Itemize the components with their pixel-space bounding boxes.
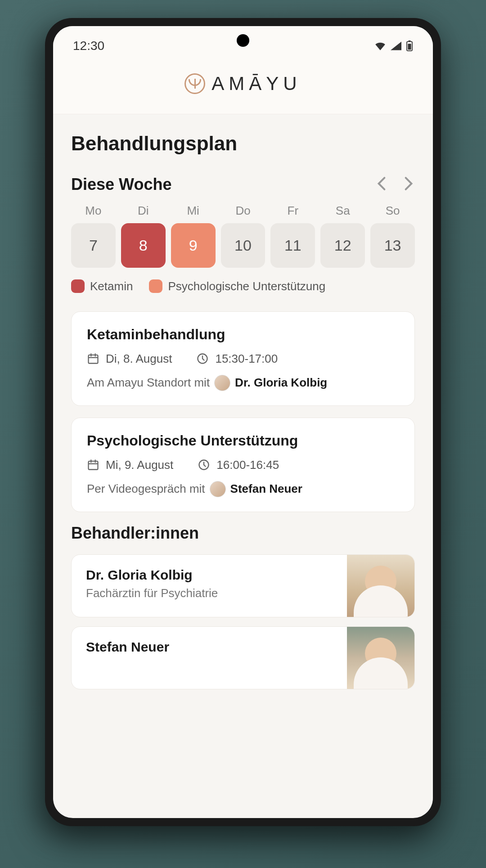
day-label: Fr — [270, 204, 315, 218]
signal-icon — [391, 41, 401, 50]
week-prev-button[interactable] — [375, 175, 388, 194]
practitioner-role: Fachärztin für Psychiatrie — [86, 586, 333, 600]
practitioner-name: Dr. Gloria Kolbig — [235, 376, 327, 390]
day-number[interactable]: 11 — [270, 223, 315, 268]
practitioner-avatar — [214, 375, 230, 391]
legend-label: Ketamin — [90, 279, 133, 293]
legend-swatch-ketamin — [71, 279, 85, 293]
appointment-date: Di, 8. August — [87, 352, 172, 366]
day-number[interactable]: 13 — [370, 223, 415, 268]
calendar-icon — [87, 459, 99, 471]
practitioner-photo — [347, 627, 414, 689]
day-label: Di — [121, 204, 166, 218]
day-number[interactable]: 8 — [121, 223, 166, 268]
practitioner-photo — [347, 555, 414, 617]
appointment-card[interactable]: Psychologische UnterstützungMi, 9. Augus… — [71, 418, 415, 512]
appointment-card[interactable]: KetaminbehandlungDi, 8. August15:30-17:0… — [71, 311, 415, 406]
day-label: Mo — [71, 204, 116, 218]
week-title: Diese Woche — [71, 175, 171, 194]
battery-icon — [406, 40, 413, 51]
day-column: Fr11 — [270, 204, 315, 268]
day-number[interactable]: 10 — [221, 223, 266, 268]
svg-rect-2 — [408, 44, 411, 49]
day-label: So — [370, 204, 415, 218]
status-icons — [374, 40, 413, 51]
status-time: 12:30 — [73, 39, 104, 53]
legend-psych: Psychologische Unterstützung — [149, 279, 325, 293]
calendar-icon — [87, 352, 99, 365]
practitioner-name: Stefan Neuer — [230, 482, 302, 496]
day-number[interactable]: 7 — [71, 223, 116, 268]
appointment-location: Am Amayu Standort mit Dr. Gloria Kolbig — [87, 375, 399, 391]
day-column: Do10 — [221, 204, 266, 268]
appointment-location: Per Videogespräch mit Stefan Neuer — [87, 481, 399, 497]
svg-rect-8 — [89, 461, 98, 470]
day-label: Mi — [171, 204, 216, 218]
week-header: Diese Woche — [71, 175, 415, 194]
practitioner-card[interactable]: Dr. Gloria KolbigFachärztin für Psychiat… — [71, 554, 415, 617]
day-column: Sa12 — [320, 204, 365, 268]
chevron-right-icon — [404, 176, 413, 191]
practitioners-title: Behandler:innen — [71, 524, 415, 543]
legend-label: Psychologische Unterstützung — [168, 279, 325, 293]
svg-rect-1 — [409, 40, 411, 41]
clock-icon — [196, 352, 209, 365]
practitioner-name: Stefan Neuer — [86, 639, 333, 655]
appointment-date: Mi, 9. August — [87, 458, 173, 472]
legend-swatch-psych — [149, 279, 162, 293]
practitioner-card[interactable]: Stefan Neuer — [71, 626, 415, 689]
day-number[interactable]: 12 — [320, 223, 365, 268]
legend-ketamin: Ketamin — [71, 279, 133, 293]
app-header: AMĀYU — [53, 59, 433, 114]
practitioner-avatar — [210, 481, 226, 497]
wifi-icon — [374, 41, 386, 50]
phone-frame: 12:30 AMĀYU Behandlungsplan Diese Woche — [45, 18, 441, 826]
camera-hole — [237, 34, 249, 47]
brand-name: AMĀYU — [212, 73, 301, 94]
day-label: Sa — [320, 204, 365, 218]
day-number[interactable]: 9 — [171, 223, 216, 268]
brand-logo-icon — [184, 73, 205, 94]
week-days: Mo7Di8Mi9Do10Fr11Sa12So13 — [71, 204, 415, 268]
appointment-title: Ketaminbehandlung — [87, 326, 399, 343]
page-title: Behandlungsplan — [71, 132, 415, 155]
day-column: Mo7 — [71, 204, 116, 268]
chevron-left-icon — [377, 176, 386, 191]
week-next-button[interactable] — [402, 175, 415, 194]
clock-icon — [198, 459, 210, 471]
appointment-title: Psychologische Unterstützung — [87, 432, 399, 449]
svg-rect-3 — [89, 355, 98, 364]
day-column: So13 — [370, 204, 415, 268]
legend: Ketamin Psychologische Unterstützung — [71, 279, 415, 293]
practitioner-name: Dr. Gloria Kolbig — [86, 567, 333, 583]
phone-screen: 12:30 AMĀYU Behandlungsplan Diese Woche — [53, 26, 433, 818]
day-column: Mi9 — [171, 204, 216, 268]
appointment-time: 16:00-16:45 — [198, 458, 279, 472]
appointment-time: 15:30-17:00 — [196, 352, 278, 366]
day-label: Do — [221, 204, 266, 218]
day-column: Di8 — [121, 204, 166, 268]
